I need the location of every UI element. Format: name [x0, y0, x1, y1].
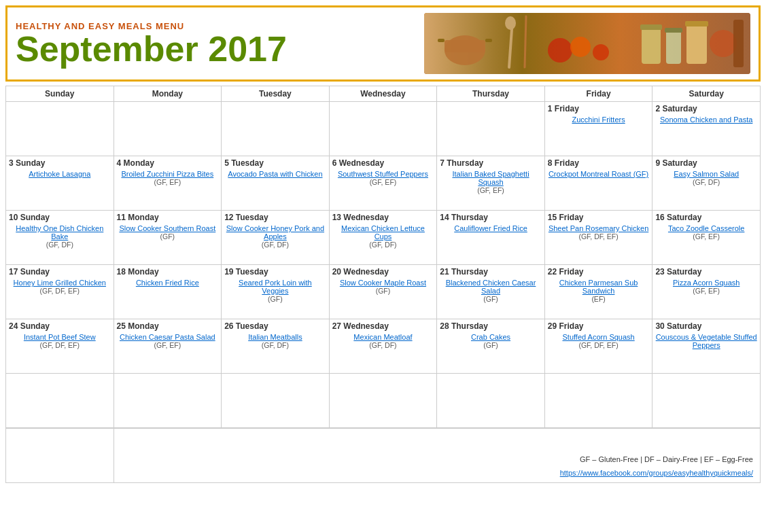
- day-header-4-3: 27 Wednesday: [332, 321, 434, 331]
- header-tuesday: Tuesday: [222, 86, 330, 102]
- meal-link-0-6[interactable]: Sonoma Chicken and Pasta: [655, 116, 757, 124]
- meal-labels-4-3: (GF, DF): [332, 341, 434, 349]
- meal-link-3-1[interactable]: Chicken Fried Rice: [117, 279, 219, 287]
- day-header-1-6: 9 Saturday: [655, 158, 757, 168]
- meal-link-3-4[interactable]: Blackened Chicken Caesar Salad: [440, 279, 542, 295]
- day-headers-row: Sunday Monday Tuesday Wednesday Thursday…: [6, 86, 761, 102]
- svg-rect-11: [642, 26, 661, 64]
- meal-link-1-5[interactable]: Crockpot Montreal Roast (GF): [548, 170, 650, 178]
- day-header-4-6: 30 Saturday: [655, 321, 757, 331]
- footer-link[interactable]: https://www.facebook.com/groups/easyheal…: [560, 469, 753, 477]
- header-thursday: Thursday: [437, 86, 545, 102]
- meal-link-1-0[interactable]: Artichoke Lasagna: [9, 170, 111, 178]
- calendar-cell-2-3: 13 WednesdayMexican Chicken Lettuce Cups…: [329, 211, 437, 265]
- svg-rect-3: [438, 39, 445, 42]
- meal-link-2-1[interactable]: Slow Cooker Southern Roast: [117, 224, 219, 232]
- calendar-cell-4-2: 26 TuesdayItalian Meatballs(GF, DF): [222, 319, 330, 374]
- meal-link-4-5[interactable]: Stuffed Acorn Squash: [548, 333, 650, 341]
- calendar-cell-0-6: 2 SaturdaySonoma Chicken and Pasta: [652, 102, 761, 156]
- meal-labels-2-5: (GF, DF, EF): [548, 232, 650, 241]
- day-header-2-3: 13 Wednesday: [332, 213, 434, 222]
- svg-point-10: [593, 44, 609, 60]
- svg-rect-13: [666, 30, 681, 64]
- day-header-2-2: 12 Tuesday: [224, 213, 326, 222]
- svg-point-6: [505, 16, 516, 30]
- calendar-table: Sunday Monday Tuesday Wednesday Thursday…: [5, 86, 761, 428]
- calendar-cell-4-0: 24 SundayInstant Pot Beef Stew(GF, DF, E…: [6, 319, 114, 374]
- header-title: September 2017: [16, 31, 287, 67]
- day-header-2-6: 16 Saturday: [655, 213, 757, 222]
- day-header-3-0: 17 Sunday: [9, 267, 111, 277]
- meal-link-3-6[interactable]: Pizza Acorn Squash: [655, 279, 757, 287]
- meal-link-3-0[interactable]: Honey Lime Grilled Chicken: [9, 279, 111, 287]
- day-header-3-5: 22 Friday: [548, 267, 650, 277]
- meal-link-0-5[interactable]: Zucchini Fritters: [548, 116, 650, 124]
- meal-link-4-4[interactable]: Crab Cakes: [440, 333, 542, 341]
- meal-labels-2-1: (GF): [117, 232, 219, 241]
- meal-link-2-2[interactable]: Slow Cooker Honey Pork and Apples: [224, 224, 326, 241]
- meal-link-3-5[interactable]: Chicken Parmesan Sub Sandwich: [548, 279, 650, 295]
- meal-labels-3-5: (EF): [548, 295, 650, 303]
- week-row-0: 1 FridayZucchini Fritters2 SaturdaySonom…: [6, 102, 761, 156]
- meal-link-3-2[interactable]: Seared Pork Loin with Veggies: [224, 279, 326, 295]
- meal-link-1-4[interactable]: Italian Baked Spaghetti Squash: [440, 170, 542, 186]
- header-image: [424, 13, 750, 74]
- meal-labels-1-3: (GF, EF): [332, 178, 434, 186]
- footer-table: GF – Gluten-Free | DF – Dairy-Free | EF …: [5, 428, 761, 483]
- calendar-cell-0-4: [437, 102, 545, 156]
- meal-link-1-6[interactable]: Easy Salmon Salad: [655, 170, 757, 178]
- svg-point-9: [570, 37, 591, 57]
- day-header-1-1: 4 Monday: [117, 158, 219, 168]
- calendar-cell-1-5: 8 FridayCrockpot Montreal Roast (GF): [544, 156, 652, 211]
- meal-link-2-6[interactable]: Taco Zoodle Casserole: [655, 224, 757, 232]
- meal-link-1-1[interactable]: Broiled Zucchini Pizza Bites: [117, 170, 219, 178]
- header-saturday: Saturday: [652, 86, 761, 102]
- week-row-3: 17 SundayHoney Lime Grilled Chicken(GF, …: [6, 265, 761, 319]
- day-header-4-4: 28 Thursday: [440, 321, 542, 331]
- calendar-cell-5-2: [222, 374, 330, 428]
- header-monday: Monday: [114, 86, 222, 102]
- header-banner: HEALTHY AND EASY MEALS MENU September 20…: [5, 5, 761, 82]
- calendar-cell-2-2: 12 TuesdaySlow Cooker Honey Pork and App…: [222, 211, 330, 265]
- calendar-cell-0-3: [329, 102, 437, 156]
- calendar-cell-5-0: [6, 374, 114, 428]
- header-wednesday: Wednesday: [329, 86, 437, 102]
- calendar-cell-0-5: 1 FridayZucchini Fritters: [544, 102, 652, 156]
- calendar-cell-1-6: 9 SaturdayEasy Salmon Salad(GF, DF): [652, 156, 761, 211]
- calendar-cell-1-1: 4 MondayBroiled Zucchini Pizza Bites(GF,…: [114, 156, 222, 211]
- meal-link-1-2[interactable]: Avocado Pasta with Chicken: [224, 170, 326, 178]
- week-row-1: 3 SundayArtichoke Lasagna4 MondayBroiled…: [6, 156, 761, 211]
- meal-link-4-3[interactable]: Mexican Meatloaf: [332, 333, 434, 341]
- meal-link-2-3[interactable]: Mexican Chicken Lettuce Cups: [332, 224, 434, 241]
- svg-line-7: [525, 16, 526, 67]
- meal-link-4-0[interactable]: Instant Pot Beef Stew: [9, 333, 111, 341]
- footer-legend-cell: GF – Gluten-Free | DF – Dairy-Free | EF …: [114, 429, 761, 483]
- calendar-cell-3-4: 21 ThursdayBlackened Chicken Caesar Sala…: [437, 265, 545, 319]
- calendar-cell-0-1: [114, 102, 222, 156]
- header-friday: Friday: [544, 86, 652, 102]
- day-header-4-5: 29 Friday: [548, 321, 650, 331]
- day-header-1-5: 8 Friday: [548, 158, 650, 168]
- meal-link-2-5[interactable]: Sheet Pan Rosemary Chicken: [548, 224, 650, 232]
- meal-labels-4-1: (GF, EF): [117, 341, 219, 349]
- calendar-cell-2-0: 10 SundayHealthy One Dish Chicken Bake(G…: [6, 211, 114, 265]
- footer-row: GF – Gluten-Free | DF – Dairy-Free | EF …: [6, 429, 761, 483]
- day-header-1-0: 3 Sunday: [9, 158, 111, 168]
- meal-labels-4-0: (GF, DF, EF): [9, 341, 111, 349]
- meal-link-1-3[interactable]: Southwest Stuffed Peppers: [332, 170, 434, 178]
- meal-labels-4-5: (GF, DF, EF): [548, 341, 650, 349]
- meal-link-4-6[interactable]: Couscous & Vegetable Stuffed Peppers: [655, 333, 757, 349]
- meal-link-4-1[interactable]: Chicken Caesar Pasta Salad: [117, 333, 219, 341]
- meal-link-3-3[interactable]: Slow Cooker Maple Roast: [332, 279, 434, 287]
- meal-link-4-2[interactable]: Italian Meatballs: [224, 333, 326, 341]
- day-header-0-6: 2 Saturday: [655, 104, 757, 113]
- calendar-cell-1-3: 6 WednesdaySouthwest Stuffed Peppers(GF,…: [329, 156, 437, 211]
- calendar-cell-3-6: 23 SaturdayPizza Acorn Squash(GF, EF): [652, 265, 761, 319]
- meal-labels-1-4: (GF, EF): [440, 186, 542, 194]
- meal-link-2-0[interactable]: Healthy One Dish Chicken Bake: [9, 224, 111, 241]
- calendar-cell-2-6: 16 SaturdayTaco Zoodle Casserole(GF, EF): [652, 211, 761, 265]
- meal-labels-3-4: (GF): [440, 295, 542, 303]
- meal-link-2-4[interactable]: Cauliflower Fried Rice: [440, 224, 542, 232]
- calendar-cell-5-4: [437, 374, 545, 428]
- calendar-cell-0-0: [6, 102, 114, 156]
